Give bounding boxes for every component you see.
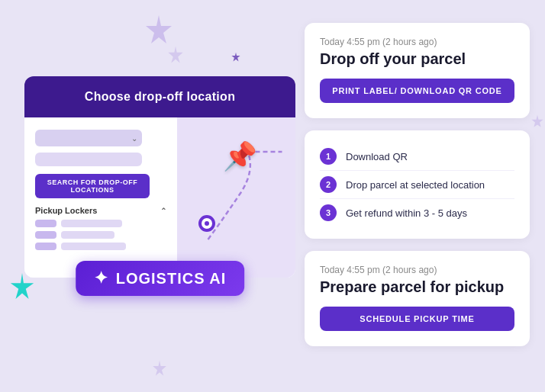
bar-item xyxy=(35,231,56,239)
left-card-title: Choose drop-off location xyxy=(85,90,235,103)
bar-item xyxy=(35,220,56,227)
section-label: Pickup Lockers ⌃ xyxy=(35,206,166,215)
logistics-ai-badge: ✦ LOGISTICS AI xyxy=(76,261,245,296)
drop-off-title: Drop off your parcel xyxy=(320,50,514,68)
search-input-field[interactable] xyxy=(35,153,142,166)
chevron-up-icon: ⌃ xyxy=(160,207,166,215)
drop-off-parcel-card: Today 4:55 pm (2 hours ago) Drop off you… xyxy=(305,23,530,118)
prepare-parcel-card: Today 4:55 pm (2 hours ago) Prepare parc… xyxy=(305,251,530,346)
left-card-body: ⌄ SEARCH FOR DROP-OFF LOCATIONS Pickup L… xyxy=(24,117,295,278)
list-item xyxy=(35,220,166,227)
drop-off-location-card: Choose drop-off location ⌄ SEARCH FOR DR… xyxy=(24,76,295,278)
dot-inner xyxy=(205,221,209,226)
star-decoration-4 xyxy=(151,360,168,377)
location-pin-icon: 📌 xyxy=(223,140,257,172)
sparkle-icon: ✦ xyxy=(94,268,108,288)
bar-item xyxy=(61,220,122,227)
logistics-ai-label: LOGISTICS AI xyxy=(116,270,227,288)
print-label-button[interactable]: PRINT LABEL/ DOWNLOAD QR CODE xyxy=(320,79,514,103)
schedule-pickup-button[interactable]: SCHEDULE PICKUP TIME xyxy=(320,307,514,331)
step-number-3: 3 xyxy=(320,204,337,221)
step-item-1: 1 Download QR xyxy=(320,143,514,171)
star-decoration-3 xyxy=(231,52,241,63)
prepare-title: Prepare parcel for pickup xyxy=(320,278,514,296)
step-text-2: Drop parcel at selected location xyxy=(346,179,485,191)
left-card-header: Choose drop-off location xyxy=(24,76,295,117)
step-item-3: 3 Get refund within 3 - 5 days xyxy=(320,199,514,227)
bar-item xyxy=(61,231,114,239)
step-text-1: Download QR xyxy=(346,151,408,162)
bar-item xyxy=(35,243,56,250)
step-item-2: 2 Drop parcel at selected location xyxy=(320,171,514,199)
list-item xyxy=(35,243,166,250)
step-number-2: 2 xyxy=(320,176,337,193)
map-area: 📌 xyxy=(177,117,295,278)
step-text-3: Get refund within 3 - 5 days xyxy=(346,207,467,219)
prepare-timestamp: Today 4:55 pm (2 hours ago) xyxy=(320,265,514,275)
star-decoration-5 xyxy=(530,114,544,128)
current-location-dot xyxy=(198,215,215,232)
star-decoration-2 xyxy=(166,46,182,61)
right-panel: Today 4:55 pm (2 hours ago) Drop off you… xyxy=(305,23,530,346)
left-panel: ⌄ SEARCH FOR DROP-OFF LOCATIONS Pickup L… xyxy=(24,117,177,278)
step-number-1: 1 xyxy=(320,148,337,165)
list-item xyxy=(35,231,166,239)
bar-item xyxy=(61,243,126,250)
star-decoration-1 xyxy=(144,14,171,41)
chevron-down-icon: ⌄ xyxy=(131,134,137,143)
steps-card: 1 Download QR 2 Drop parcel at selected … xyxy=(305,130,530,239)
location-dropdown[interactable]: ⌄ xyxy=(35,130,142,146)
search-drop-off-button[interactable]: SEARCH FOR DROP-OFF LOCATIONS xyxy=(35,174,150,198)
drop-off-timestamp: Today 4:55 pm (2 hours ago) xyxy=(320,37,514,47)
